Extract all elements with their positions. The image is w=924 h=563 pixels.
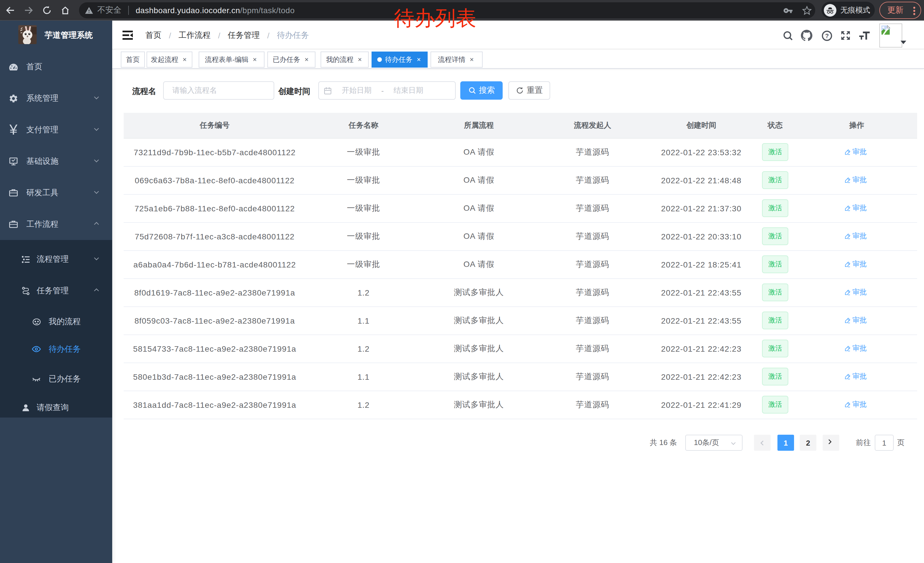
svg-text:?: ? (825, 32, 828, 39)
